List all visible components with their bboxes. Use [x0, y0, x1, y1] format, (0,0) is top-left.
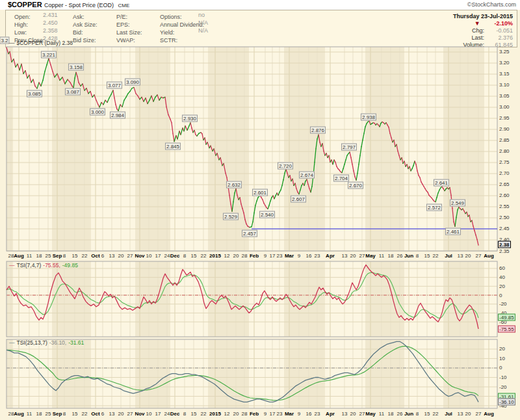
y-axis-tick: 60 [499, 265, 519, 271]
price-annotation: 2.876 [310, 127, 326, 134]
price-annotation: 2.601 [252, 189, 268, 196]
date-tick: Aug [484, 253, 494, 259]
date-tick: Mar [285, 253, 294, 259]
date-tick-bottom: 22 [433, 411, 439, 417]
price-annotation: 2.720 [278, 163, 293, 170]
date-tick: 26 [397, 253, 403, 259]
date-tick: Nov [135, 253, 144, 259]
price-annotation: 3.2 [0, 37, 10, 44]
date-tick: 22 [82, 253, 88, 259]
date-tick: 11 [379, 253, 384, 259]
date-tick-bottom: 11 [27, 411, 32, 417]
stockcharts-chart-page: $COPPER Copper - Spot Price (EOD) CME ©S… [0, 0, 520, 420]
price-annotation: 2.549 [450, 200, 465, 207]
legend-part: $COPPER (Daily) 2.38 [17, 40, 73, 46]
legend-part: TSI(25,13,7) [17, 339, 47, 346]
price-annotation: 2.938 [361, 114, 376, 121]
date-tick-bottom: 13 [109, 411, 115, 417]
date-tick-bottom: 6 [101, 411, 104, 417]
date-tick: 2015 [209, 253, 221, 259]
date-tick-bottom: 20 [233, 411, 239, 417]
date-tick-bottom: 9 [298, 411, 300, 417]
legend-part: -49.85 [62, 262, 78, 269]
legend-price: —$COPPER (Daily) 2.38 [9, 40, 75, 46]
legend-part: — [9, 339, 15, 346]
quote-field: High:2.450 [14, 20, 28, 27]
date-tick: 10 [146, 253, 152, 259]
month-band [135, 261, 170, 337]
quote-field: P/E: [116, 12, 127, 19]
y-axis-tick: 3.20 [499, 60, 519, 66]
date-tick: 25 [46, 253, 51, 259]
date-tick-bottom: 22 [201, 411, 207, 417]
copyright-label: ©StockCharts.com [467, 1, 516, 8]
y-axis-tick: 2.70 [499, 170, 519, 176]
date-tick-bottom: 27 [359, 411, 365, 417]
price-annotation: 2.461 [445, 228, 461, 235]
quote-field-value: no [198, 12, 205, 19]
date-tick: 18 [36, 253, 42, 259]
date-tick: 20 [465, 253, 471, 259]
y-axis-tick: 0 [499, 365, 519, 371]
y-axis-tick: 2.35 [499, 248, 519, 254]
date-tick: 20 [350, 253, 356, 259]
legend-part: — [9, 262, 15, 269]
date-tick: 6 [101, 253, 104, 259]
date-tick-bottom: Apr [326, 411, 335, 417]
date-tick: 12 [224, 253, 230, 259]
quote-field: Low:2.358 [14, 27, 27, 34]
date-tick-bottom: Feb [250, 411, 259, 417]
date-tick: 24 [164, 253, 170, 259]
date-tick-bottom: 17 [155, 411, 161, 417]
date-tick-bottom: 27 [476, 411, 482, 417]
date-tick-bottom: Jul [445, 411, 452, 417]
date-tick: 27 [127, 253, 133, 259]
price-annotation: 2.704 [333, 175, 349, 182]
date-tick-bottom: 8 [416, 411, 419, 417]
month-band [52, 339, 91, 408]
date-tick-bottom: 25 [46, 411, 51, 417]
price-annotation: 3.000 [90, 109, 105, 116]
y-axis-tick: 10 [499, 356, 519, 361]
month-band [365, 47, 404, 251]
date-tick: Sep [53, 253, 62, 259]
chart-plot-svg [0, 39, 520, 420]
exchange-label: CME [118, 3, 130, 8]
quote-field: Last Size: [116, 27, 142, 34]
y-axis-tick: 20 [499, 346, 519, 352]
price-annotation: 2.457 [242, 230, 257, 237]
date-tick-bottom: Oct [91, 411, 99, 417]
month-band [284, 47, 325, 251]
date-tick: Jun [404, 253, 413, 259]
date-tick: 9 [264, 253, 266, 259]
y-axis-tick: 3.00 [499, 104, 519, 110]
date-tick-bottom: Mar [285, 411, 294, 417]
month-band [135, 339, 170, 408]
date-tick: 22 [433, 253, 439, 259]
legend-tsi7: —TSI(7,4,7)-75.55,-49.85 [9, 263, 80, 269]
date-tick: 15 [72, 253, 78, 259]
quote-field: Ask Size: [73, 20, 98, 27]
date-tick-bottom: 9 [264, 411, 266, 417]
quote-field-value: 2.431 [43, 12, 58, 19]
price-annotation: 3.087 [65, 88, 81, 96]
date-tick: 23 [277, 253, 283, 259]
price-annotation: 2.845 [165, 143, 181, 150]
date-tick-bottom: Sep [53, 411, 62, 417]
price-annotation: 3.085 [27, 90, 42, 98]
date-tick: 15 [191, 253, 197, 259]
legend-part: -36.10, [49, 339, 66, 346]
date-tick-bottom: 15 [424, 411, 430, 417]
date-tick: Dec [170, 253, 180, 259]
date-tick-bottom: Dec [170, 411, 180, 417]
legend-tsi25: —TSI(25,13,7)-36.10,-31.61 [9, 340, 86, 346]
month-band [365, 339, 404, 408]
y-axis-tick: 2.45 [499, 226, 519, 231]
y-axis-tick: -20 [499, 301, 519, 307]
price-annotation: 2.797 [341, 144, 357, 151]
date-tick-bottom: Nov [135, 411, 144, 417]
quote-field: Options:no [160, 12, 182, 19]
date-tick-bottom: 20 [350, 411, 356, 417]
date-tick-bottom: 17 [270, 411, 276, 417]
quote-field-value: 2.358 [43, 27, 58, 34]
